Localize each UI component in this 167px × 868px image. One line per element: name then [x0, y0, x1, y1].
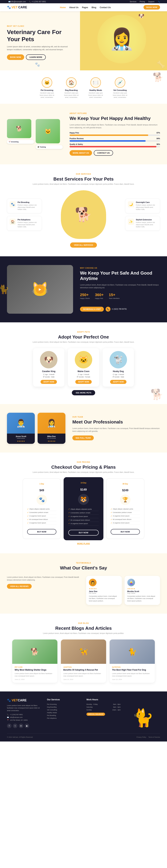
stats-row: 250+ Happy Clients 360+ Happy Pets 15+ T… — [80, 292, 160, 303]
plan3-feature-3: At argeniss lorem ipsum — [111, 515, 140, 518]
top-phone[interactable]: 📞 +1 (234) 567-8901 — [29, 1, 46, 3]
services-icons-row: 🐱 Pet Grooming Hendrerit vulpe quis lore… — [7, 77, 160, 98]
progress-bars: Happy Pets87% Positive Reviews84% Qualit… — [69, 132, 160, 147]
overnight-icon: 🌙 — [128, 201, 134, 208]
consulting-title: Vet Consulting — [111, 89, 129, 91]
blog-description: Lorem pretium lorem, Amet aliquet nisi l… — [7, 632, 160, 634]
stat-clients-label: Happy Clients — [80, 297, 90, 300]
husky-gender: ⚥ Gender: Male — [105, 376, 131, 378]
happy-description: Lorem pretium lorem, Amet aliquet nisi l… — [69, 124, 160, 129]
hours-row-3: Sunday 10am - 4pm — [86, 709, 121, 711]
progress-reviews: Positive Reviews84% — [69, 137, 160, 142]
adopt-cavalier-button[interactable]: ADOPT NOW — [40, 380, 57, 384]
plan1-feature-2: Consectetur pretium ornare — [27, 511, 56, 515]
plan2-buy-button[interactable]: BUY NOW — [68, 530, 99, 535]
best-grid: 🐾 Pet Breeding Pretium neque, pretium ni… — [7, 190, 160, 239]
footer-privacy-link[interactable]: Privacy Policy — [137, 736, 146, 738]
plan1-days: 1 Day — [27, 483, 56, 485]
top-link-pricing[interactable]: Pricing — [140, 1, 145, 3]
nav-pages[interactable]: Pages — [82, 6, 88, 9]
nav-about[interactable]: About Us — [69, 6, 79, 9]
best-description: Lorem pretium lorem, Amet aliquet nisi l… — [7, 183, 160, 185]
nav-contact[interactable]: Contact Us — [100, 6, 111, 9]
blog-date-2: June 15, 2024 — [63, 679, 104, 680]
nav-blog[interactable]: Blog — [92, 6, 96, 9]
top-email[interactable]: 📧 info@example.com — [8, 1, 26, 3]
blog-date-3: June 18, 2024 — [112, 679, 152, 680]
grooming-icon: 🐱 — [42, 77, 52, 88]
play-button[interactable]: ▶ — [36, 285, 44, 294]
footer-service-2: Dog Boarding — [47, 706, 81, 709]
social-facebook[interactable]: f — [7, 723, 11, 728]
progress-fill-3 — [69, 146, 157, 147]
plan1-buy-button[interactable]: BUY NOW — [27, 529, 56, 534]
breeding-desc: Pretium neque, pretium nisi ullamcorper … — [18, 204, 39, 211]
schedule-visit-button[interactable]: SCHEDULE A VISIT — [80, 307, 104, 312]
testimonials-section: TESTIMONIALS What Our Client's Say Lorem… — [0, 553, 167, 614]
pricing-card-1day: 1 Day $49 🐾 Aliquis aliquia vulputam por… — [23, 478, 61, 539]
pro-card-jesse: 👨‍⚕️ Jesse Scott Veterinarian ★★★★★ — [7, 413, 35, 444]
social-linkedin[interactable]: in — [19, 723, 23, 728]
blog-desc-1: Lorem pretium lorem amet aliquet nisi li… — [15, 673, 55, 677]
top-link-services[interactable]: Services — [130, 1, 136, 3]
stylish-text: Stylish Extension Pretium neque, pretium… — [136, 219, 158, 228]
husky-image: 🐩 — [110, 351, 127, 368]
safe-cat-image: 🐱 ▶ — [7, 265, 73, 314]
best-center: 🐕 — [45, 190, 122, 239]
adopt-deco-dog: 🐕 — [150, 388, 164, 401]
hours-row-1: Monday - Friday 8am - 8pm — [86, 703, 121, 706]
nav-cta-button[interactable]: BOOK NOW — [143, 5, 160, 9]
pro-subtitle: OUR TEAM — [72, 416, 160, 418]
stat-pets: 360+ Happy Pets — [95, 292, 104, 303]
adopt-husky-button[interactable]: ADOPT NOW — [110, 380, 127, 384]
blog-category-1: PET CARE — [15, 666, 55, 668]
grooming-desc: Hendrerit vulpe quis lorem ipsum dolor s… — [38, 92, 56, 98]
pricing-cards: 1 Day $49 🐾 Aliquis aliquia vulputam por… — [7, 478, 160, 539]
footer-service-6: Pet Adoptions — [47, 717, 81, 720]
footer-grid: 🐾 VETCARE Lorem pretium lorem amet aliqu… — [7, 699, 160, 728]
top-link-support[interactable]: Support — [148, 1, 154, 3]
view-reviews-button[interactable]: VIEW ALL REVIEWS — [7, 584, 32, 589]
footer-terms-link[interactable]: Terms of Service — [148, 736, 160, 738]
view-all-services-button[interactable]: VIEW ALL SERVICES — [70, 242, 97, 248]
meals-title: Healthy Meals — [87, 89, 104, 91]
more-plans-link[interactable]: MORE PLANS — [7, 542, 160, 545]
hero-learn-button[interactable]: LEARN MORE — [26, 54, 46, 60]
social-youtube[interactable]: ▶ — [25, 723, 29, 728]
jesse-stars: ★★★★★ — [9, 440, 33, 442]
jane-review: Consectetur pretium lorem. Amet aliquet … — [89, 595, 119, 602]
best-services-section: OUR SERVICES Best Services For Your Pets… — [0, 164, 167, 256]
hero-book-button[interactable]: BOOK NOW — [7, 54, 24, 60]
jesse-name: Jesse Scott — [9, 435, 33, 437]
overnight-text: Overnight Care Pretium neque, pretium ni… — [136, 201, 158, 211]
phone-icon: 📞 — [106, 307, 110, 312]
contact-us-button[interactable]: CONTACT US — [94, 150, 113, 156]
footer-services-col: Our Services Pet Grooming Dog Boarding V… — [47, 699, 81, 728]
social-twitter[interactable]: t — [13, 723, 18, 728]
see-more-pets-button[interactable]: SEE MORE PETS — [72, 390, 95, 395]
happy-img-1: 🐕 — [7, 119, 31, 138]
testi-left: Lorem pretium lorem, Amet aliquet nisi l… — [7, 576, 81, 605]
footer-social: f t in ▶ — [7, 723, 42, 728]
progress-quality: Quality & Safety96% — [69, 143, 160, 147]
monika-name: Monika Scott — [127, 590, 158, 592]
best-card-adoptions: 🏠 Pet Adoptions Pretium neque, pretium n… — [7, 216, 42, 230]
footer-cat-col: 🐈 — [126, 699, 160, 728]
adopt-maine-coon-button[interactable]: ADOPT NOW — [75, 380, 92, 384]
testi-card-monika: 👩‍🦳 ★★★★★ Monika Scott Dog Trainer Conse… — [124, 576, 160, 605]
plan2-days: 14 Day — [68, 482, 99, 484]
stylish-desc: Pretium neque, pretium nisi ullamcorper … — [136, 221, 158, 228]
safe-description: Lorem pretium lorem, Amet aliquet nisi l… — [80, 284, 160, 289]
plan3-buy-button[interactable]: BUY NOW — [111, 529, 140, 534]
stat-pets-label: Happy Pets — [95, 297, 104, 300]
maine-coon-age: ⏱ Age: 5 Month — [71, 374, 96, 375]
see-full-team-button[interactable]: SEE FULL TEAM — [72, 435, 94, 440]
hero-subtitle: Best Vet Clinic — [7, 25, 73, 27]
stat-clients: 250+ Happy Clients — [80, 292, 90, 303]
service-boarding: 🏠 Dog Boarding Hendrerit vulpe quis lore… — [63, 77, 80, 98]
nav-home[interactable]: Home — [60, 6, 66, 9]
hours-time-1: 8am - 8pm — [113, 704, 120, 705]
footer-email: ✉️ info@vetcare.com — [7, 716, 42, 719]
more-about-button[interactable]: MORE ABOUT US — [69, 150, 92, 156]
service-grooming: 🐱 Pet Grooming Hendrerit vulpe quis lore… — [38, 77, 56, 98]
